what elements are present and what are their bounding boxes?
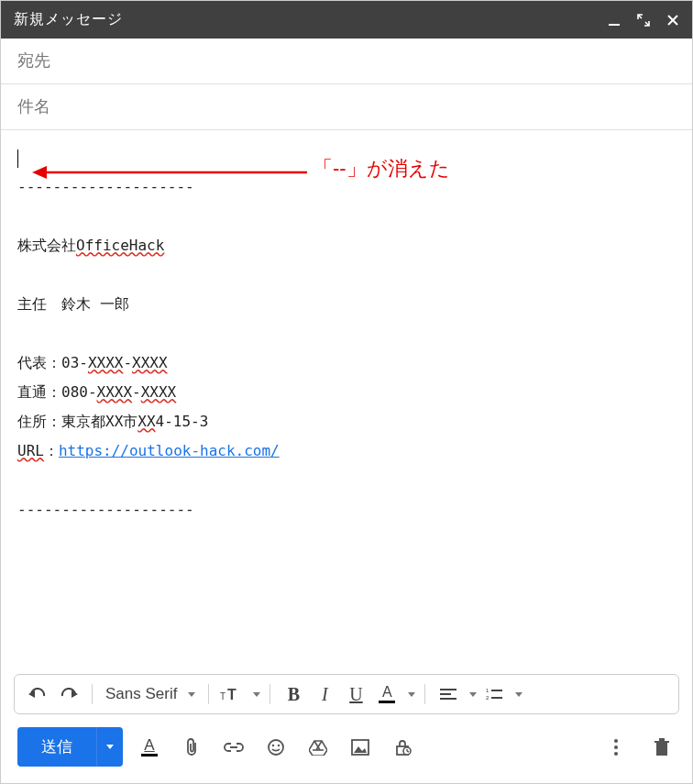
close-icon[interactable]: [666, 14, 679, 27]
svg-text:1: 1: [486, 688, 490, 693]
signature-url: URL：https://outlook-hack.com/: [17, 442, 280, 459]
signature-company: 株式会社OfficeHack: [17, 237, 164, 254]
drive-icon[interactable]: [306, 734, 330, 761]
svg-text:T: T: [227, 687, 236, 702]
font-size-button[interactable]: TT: [218, 680, 246, 708]
svg-point-16: [269, 740, 283, 755]
separator-bottom: --------------------: [17, 501, 194, 518]
chevron-down-icon[interactable]: [253, 692, 260, 697]
divider: [270, 684, 270, 704]
svg-point-17: [272, 744, 274, 745]
footer-right: [602, 734, 676, 761]
chevron-down-icon: [106, 745, 114, 749]
format-toolbar: Sans Serif TT B I U A 12: [14, 674, 679, 714]
image-icon[interactable]: [348, 734, 372, 761]
titlebar: 新規メッセージ: [1, 1, 692, 39]
italic-button[interactable]: I: [311, 680, 338, 708]
send-options-button[interactable]: [96, 727, 123, 767]
send-button-group: 送信: [17, 727, 123, 767]
svg-point-30: [614, 745, 618, 749]
bold-button[interactable]: B: [280, 680, 307, 708]
svg-rect-32: [656, 743, 667, 756]
chevron-down-icon[interactable]: [408, 692, 415, 697]
svg-marker-24: [354, 746, 367, 753]
format-toggle-button[interactable]: A: [138, 734, 161, 761]
subject-row: [1, 84, 692, 130]
svg-rect-33: [654, 741, 669, 743]
text-color-button[interactable]: A: [373, 680, 401, 708]
svg-marker-4: [32, 166, 47, 179]
divider: [424, 684, 425, 704]
signature-name: 主任 鈴木 一郎: [17, 295, 129, 313]
divider: [208, 684, 209, 704]
text-cursor: [17, 149, 18, 168]
redo-button[interactable]: [55, 680, 82, 708]
undo-button[interactable]: [24, 680, 51, 708]
annotation-text: 「--」が消えた: [313, 149, 450, 189]
to-field[interactable]: [17, 51, 676, 71]
svg-point-18: [278, 744, 280, 745]
divider: [92, 684, 93, 704]
body-editor[interactable]: -------------------- 株式会社OfficeHack 主任 鈴…: [1, 130, 692, 667]
footer-tools: A: [138, 734, 588, 761]
signature-link[interactable]: https://outlook-hack.com/: [59, 442, 280, 459]
trash-icon[interactable]: [648, 734, 676, 761]
minimize-icon[interactable]: [608, 14, 621, 27]
svg-text:2: 2: [486, 695, 490, 701]
list-button[interactable]: 12: [480, 680, 508, 708]
chevron-down-icon[interactable]: [515, 692, 522, 697]
separator-top: --------------------: [17, 178, 194, 195]
window-controls: [608, 14, 679, 27]
attach-icon[interactable]: [180, 734, 204, 761]
svg-point-29: [614, 739, 618, 743]
signature-address: 住所：東京都XX市XX4-15-3: [17, 413, 208, 430]
svg-point-31: [614, 752, 618, 756]
signature-phone-main: 代表：03-XXXX-XXXX: [17, 354, 168, 371]
svg-line-28: [407, 751, 409, 752]
send-button[interactable]: 送信: [17, 727, 96, 767]
underline-button[interactable]: U: [342, 680, 369, 708]
more-icon[interactable]: [602, 734, 630, 761]
align-button[interactable]: [434, 680, 462, 708]
chevron-down-icon: [188, 692, 195, 697]
subject-field[interactable]: [17, 97, 676, 116]
expand-icon[interactable]: [637, 14, 650, 27]
confidential-icon[interactable]: [390, 734, 414, 761]
link-icon[interactable]: [222, 734, 246, 761]
signature-phone-direct: 直通：080-XXXX-XXXX: [17, 383, 176, 401]
font-selector[interactable]: Sans Serif: [102, 685, 199, 703]
compose-footer: 送信 A: [1, 714, 692, 783]
svg-rect-34: [659, 738, 665, 741]
emoji-icon[interactable]: [264, 734, 288, 761]
window-title: 新規メッセージ: [14, 10, 608, 29]
font-name: Sans Serif: [105, 685, 177, 703]
chevron-down-icon[interactable]: [469, 692, 477, 697]
to-row: [1, 39, 692, 84]
compose-window: 新規メッセージ -------------------- 株式会社OfficeH…: [0, 0, 693, 784]
svg-text:T: T: [220, 691, 226, 701]
